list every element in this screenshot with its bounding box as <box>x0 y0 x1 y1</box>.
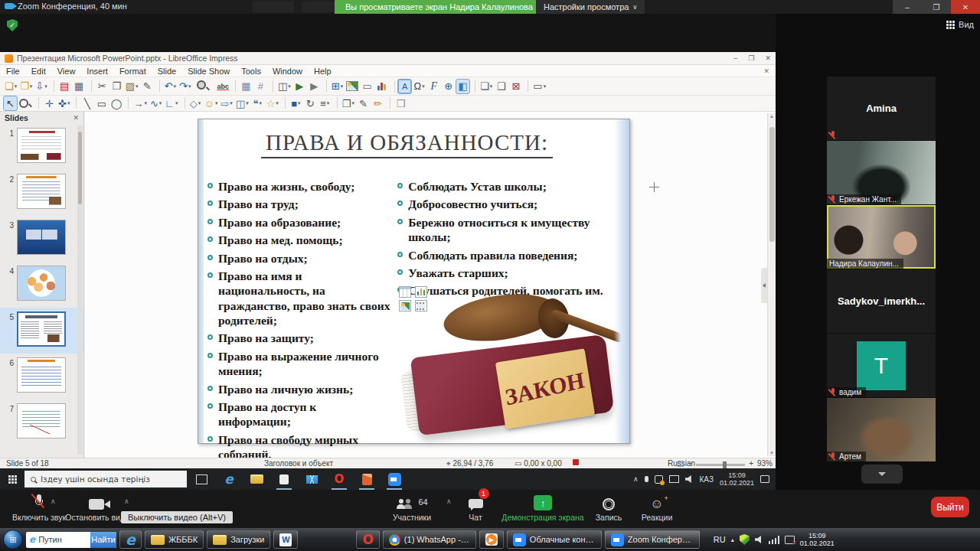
tray-display-icon[interactable] <box>669 475 679 483</box>
paste-icon[interactable]: ▧ <box>125 80 139 93</box>
insert-table-icon[interactable] <box>399 286 411 298</box>
callout-shapes-icon[interactable]: ❝ <box>251 96 264 110</box>
arrow-icon[interactable]: → <box>132 96 148 110</box>
start-slideshow-icon[interactable]: ▶ <box>293 80 306 93</box>
find-replace-icon[interactable] <box>201 80 214 93</box>
media-player-icon[interactable] <box>479 530 504 549</box>
zoom-slider[interactable] <box>696 464 745 466</box>
star-shapes-icon[interactable]: ☆ <box>266 96 279 110</box>
tray-language[interactable]: RU <box>714 535 726 544</box>
libreoffice-icon[interactable] <box>354 468 380 490</box>
participant-erkezhan[interactable]: Еркежан Жант... Еркежан Жант... <box>827 141 936 204</box>
tray-notification-badge-icon[interactable] <box>655 475 663 484</box>
duplicate-slide-icon[interactable]: ❑ <box>495 80 508 93</box>
close-document-icon[interactable]: ✕ <box>763 67 769 75</box>
slide-thumbnail-3[interactable]: 3 <box>0 216 83 262</box>
tray-clock[interactable]: 15:09 01.02.2021 <box>720 471 754 487</box>
connector-icon[interactable]: ∟ <box>164 96 178 110</box>
task-view-button[interactable] <box>188 468 214 490</box>
symbol-shapes-icon[interactable]: ☺ <box>204 96 219 110</box>
participants-options-caret[interactable]: ∧ <box>446 497 452 505</box>
taskbar-search-box[interactable]: Іздеу үшін осында теріңіз <box>24 471 187 487</box>
participant-vadim[interactable]: вадим T вадим <box>827 334 936 397</box>
menu-item[interactable]: Help <box>314 67 332 76</box>
block-arrows-icon[interactable]: ⇨ <box>220 96 233 110</box>
slides-panel-close-icon[interactable]: ✕ <box>73 114 79 122</box>
copy-icon[interactable]: ❐ <box>110 80 123 93</box>
curve-icon[interactable]: ∿ <box>149 96 162 110</box>
zoom-icon[interactable] <box>18 96 33 110</box>
menu-item[interactable]: File <box>6 67 20 76</box>
maximize-button[interactable]: ❐ <box>922 0 951 14</box>
menu-item[interactable]: Format <box>119 67 146 76</box>
menu-item[interactable]: Edit <box>31 67 46 76</box>
ie-taskbar-icon[interactable] <box>119 530 142 549</box>
folder-downloads-button[interactable]: Загрузки <box>207 530 270 549</box>
opera-taskbar-icon[interactable] <box>356 530 379 549</box>
edge-icon[interactable] <box>216 468 242 490</box>
network-error-icon[interactable] <box>785 536 795 544</box>
slideshow-settings-icon[interactable]: ▶ <box>308 80 321 93</box>
special-char-icon[interactable]: Ω <box>413 80 426 93</box>
vertical-text-icon[interactable]: ✜ <box>57 96 70 110</box>
tray-expand-icon[interactable]: ∧ <box>633 475 639 483</box>
opera-icon[interactable] <box>326 468 352 490</box>
record-button[interactable]: Запись <box>586 494 631 522</box>
menu-item[interactable]: View <box>57 67 76 76</box>
menu-item[interactable]: Tools <box>241 67 261 76</box>
delete-slide-icon[interactable]: ⊠ <box>509 80 522 93</box>
zoom-meeting-button[interactable]: Zoom Конферен... <box>605 530 700 549</box>
word-taskbar-icon[interactable] <box>273 530 298 549</box>
menu-item[interactable]: Slide Show <box>188 67 230 76</box>
rotate-icon[interactable]: ↻ <box>304 96 317 110</box>
ellipse-icon[interactable]: ◯ <box>109 96 122 110</box>
fit-slide-icon[interactable]: ◫ <box>677 459 684 468</box>
impress-close-button[interactable]: ✕ <box>765 54 771 62</box>
export-pdf-icon[interactable]: ▤ <box>58 80 71 93</box>
current-slide[interactable]: ПРАВА И ОБЯЗАННОСТИ: Право на жизнь, сво… <box>198 119 630 444</box>
tray-mic-icon[interactable] <box>645 476 648 482</box>
vertical-scrollbar[interactable] <box>767 113 776 456</box>
start-orb[interactable]: ⊞ <box>3 530 23 549</box>
edit-points-icon[interactable]: ✎ <box>357 96 370 110</box>
zoom-cloud-button[interactable]: Облачные конф... <box>507 530 602 549</box>
slide-thumbnail-1[interactable]: 1 <box>0 124 83 170</box>
participant-nadira[interactable]: Надира Калаулин... Надира Калаулин... <box>827 205 936 269</box>
tray-language[interactable]: КАЗ <box>700 475 714 484</box>
insert-textbox-icon[interactable]: ✛ <box>43 96 56 110</box>
draw-functions-icon[interactable]: ◧ <box>456 80 469 93</box>
textbox-icon[interactable]: A <box>398 80 411 93</box>
hyperlink-icon[interactable]: ⊕ <box>442 80 455 93</box>
clone-formatting-icon[interactable]: ✎ <box>141 80 154 93</box>
redo-icon[interactable]: ↷ <box>178 80 191 93</box>
share-screen-button[interactable]: ↑ Демонстрация экрана <box>498 494 588 522</box>
cut-icon[interactable]: ✂ <box>96 80 109 93</box>
flowchart-icon[interactable]: ◫ <box>235 96 250 110</box>
slide-thumbnail-5[interactable]: 5 <box>0 308 83 354</box>
view-button[interactable]: Вид <box>946 20 974 29</box>
arrange-icon[interactable]: ❐ <box>341 96 355 110</box>
participant-sadykov[interactable]: Sadykov_imerkh... Sadykov_imerkh... <box>827 269 936 333</box>
folder-zhbbbk-button[interactable]: ЖБББК <box>145 530 204 549</box>
3d-objects-icon[interactable]: ■ <box>289 96 302 110</box>
open-icon[interactable]: ❐ <box>19 80 33 93</box>
zoom-app-icon[interactable] <box>381 468 407 490</box>
security-shield-icon[interactable]: ✓ <box>7 19 18 31</box>
tray-expand-icon[interactable]: ▴ <box>731 536 734 543</box>
local-clock[interactable]: 15:09 01.02.2021 <box>800 532 835 548</box>
video-options-caret[interactable]: ∧ <box>124 497 129 505</box>
menu-item[interactable]: Slide <box>158 67 176 76</box>
view-settings-dropdown[interactable]: Настройки просмотра ∨ <box>536 0 645 14</box>
participant-amina[interactable]: Amina Amina <box>827 77 936 140</box>
line-icon[interactable]: ╲ <box>80 96 93 110</box>
print-icon[interactable]: ▦ <box>73 80 86 93</box>
extrusion-icon[interactable]: ❒ <box>394 96 407 110</box>
new-doc-icon[interactable]: ❏ <box>4 80 18 93</box>
collapse-participants-button[interactable] <box>861 465 903 484</box>
undo-icon[interactable]: ↶ <box>164 80 177 93</box>
rectangle-icon[interactable]: ▭ <box>95 96 108 110</box>
slides-panel-scrollbar[interactable] <box>77 126 83 455</box>
slide-thumbnail-2[interactable]: 2 <box>0 170 83 216</box>
sidebar-collapse-tab[interactable] <box>761 268 767 303</box>
audio-options-caret[interactable]: ∧ <box>51 497 56 505</box>
